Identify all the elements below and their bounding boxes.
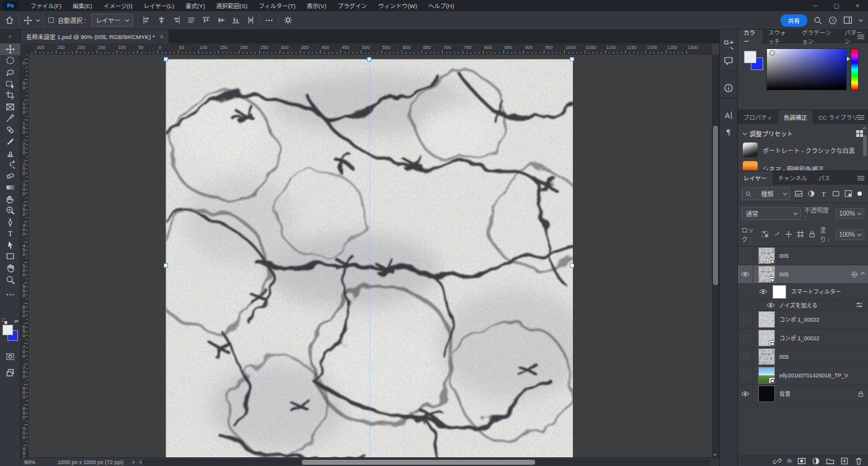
crop-tool[interactable] [0,89,20,101]
panel-menu-icon[interactable] [857,35,864,40]
filter-settings-icon[interactable] [856,301,863,309]
toolbar-foreground-swatch[interactable] [2,325,13,335]
add-mask-icon[interactable] [797,457,806,465]
tool-settings-gear-icon[interactable] [283,15,293,25]
smart-filter-effect-row[interactable]: ノイズを加える [738,300,868,310]
workspace-icon[interactable] [843,16,852,24]
menu-1[interactable]: 編集(E) [67,0,98,11]
layers-tab-レイヤー[interactable]: レイヤー [738,171,773,185]
menu-0[interactable]: ファイル(F) [25,0,67,11]
document-tab[interactable]: 名称未設定 1.psd @ 90% (005, RGB/8#/CMYK) * × [20,30,169,43]
lock-transparency-icon[interactable] [761,231,769,238]
menu-10[interactable]: ヘルプ(H) [423,0,460,11]
vertical-scrollbar[interactable] [712,55,719,457]
vertical-scrollbar-thumb[interactable] [713,126,718,285]
transform-handle-top-center[interactable] [367,57,371,61]
properties-tab-CC ライブラリ[interactable]: CC ライブラリ [813,110,864,124]
swap-colors-icon[interactable]: ⇄ [14,319,19,324]
opacity-input[interactable]: 100% [835,208,864,219]
layer-visibility-toggle[interactable] [738,329,753,347]
zoom-tool[interactable] [0,274,20,286]
share-button[interactable]: 共有 [781,14,807,27]
align-right-icon[interactable] [172,16,180,24]
layers-tab-パス[interactable]: パス [813,171,836,185]
horizontal-scrollbar[interactable] [143,459,711,465]
transform-handle-middle-right[interactable] [570,263,574,268]
help-icon[interactable]: ? [828,16,837,25]
transform-handle-top-right[interactable] [570,57,574,61]
quick-mask-icon[interactable] [0,351,20,363]
collapse-section-icon[interactable] [743,131,747,135]
filter-image-icon[interactable] [795,190,803,198]
eye-icon[interactable] [759,289,768,294]
layer-visibility-toggle[interactable] [738,247,753,265]
adjustment-preset-0[interactable]: ポートレート - クラシックな白黒 [738,141,868,159]
blend-mode-dropdown[interactable]: 通常 [742,207,801,220]
distribute-vertical-icon[interactable] [247,16,255,24]
layer-filter-kind-dropdown[interactable]: 種類 [742,187,790,200]
zoom-level[interactable]: 90% [24,459,49,465]
align-middle-icon[interactable] [217,16,225,24]
info-icon[interactable] [719,80,738,96]
new-group-icon[interactable] [826,457,835,465]
history-brush-tool[interactable] [0,159,20,170]
panel-scrollbar-thumb[interactable] [863,135,867,156]
type-tool[interactable]: T [0,228,20,240]
smudge-tool[interactable] [0,193,20,205]
properties-tab-色調補正[interactable]: 色調補正 [778,110,813,124]
eyedropper-tool[interactable] [0,113,20,125]
layer-visibility-toggle[interactable] [738,348,753,366]
elliptical-marquee-tool[interactable] [0,55,20,67]
filter-type-icon[interactable]: T [820,190,828,198]
comment-icon[interactable] [719,53,738,69]
brush-tool[interactable] [0,136,20,147]
layer-visibility-toggle[interactable] [738,366,753,384]
eraser-tool[interactable] [0,170,20,182]
layer-effects-icon[interactable]: fx [787,458,792,464]
fill-input[interactable]: 100% [835,229,864,240]
layer-visibility-toggle[interactable] [738,310,753,328]
lock-position-icon[interactable] [785,231,792,238]
filter-shape-icon[interactable] [832,190,840,198]
paragraph-panel-icon[interactable]: ¶ [719,123,738,139]
delete-layer-icon[interactable] [854,457,863,465]
photoshop-logo-icon[interactable]: Ps [2,1,19,10]
horizontal-scrollbar-thumb[interactable] [302,460,535,465]
more-options-icon[interactable] [264,16,274,25]
canvas[interactable] [166,59,572,457]
gradient-tool[interactable] [0,182,20,193]
hand-tool[interactable] [0,262,20,274]
collapse-filters-icon[interactable] [861,272,865,276]
horizontal-ruler[interactable]: 3002502001501005005010015020025030035040… [29,43,712,55]
auto-select-checkbox[interactable] [48,17,54,23]
filter-adjustment-icon[interactable] [807,190,815,198]
hue-slider-arrow[interactable] [847,57,850,61]
align-bottom-icon[interactable] [232,16,240,24]
color-tab-スウォッチ[interactable]: スウォッチ [763,30,796,43]
document-info[interactable]: 1000 px x 1000 px (72 ppi) [58,459,124,465]
menu-8[interactable]: プラグイン [332,0,373,11]
path-select-tool[interactable] [0,239,20,251]
current-tool-indicator[interactable] [24,16,39,25]
eye-icon[interactable] [766,302,775,308]
history-icon[interactable] [719,37,738,53]
new-layer-icon[interactable] [840,457,849,465]
panel-scrollbar[interactable] [862,126,867,167]
layers-tab-チャンネル[interactable]: チャンネル [773,171,813,185]
layer-row-5[interactable]: elly20160701425018_TP_V [738,366,868,385]
color-swatches[interactable] [744,51,765,72]
panel-menu-icon[interactable] [857,176,864,182]
toolbar-collapse-icon[interactable]: » [0,30,20,43]
scroll-up-icon[interactable] [862,127,866,131]
ruler-corner[interactable] [20,43,29,55]
layer-visibility-toggle[interactable] [738,265,753,283]
properties-tab-プロパティ[interactable]: プロパティ [738,110,778,124]
panel-menu-icon[interactable] [857,115,864,121]
move-tool[interactable] [0,43,20,55]
layer-row-2[interactable]: コンポ 1_00022 [738,310,868,329]
lock-paint-icon[interactable] [773,231,781,238]
character-panel-icon[interactable]: A [719,107,738,123]
close-button[interactable]: × [847,0,868,11]
default-colors-icon[interactable] [2,319,7,324]
color-tab-カラー[interactable]: カラー [738,30,763,43]
